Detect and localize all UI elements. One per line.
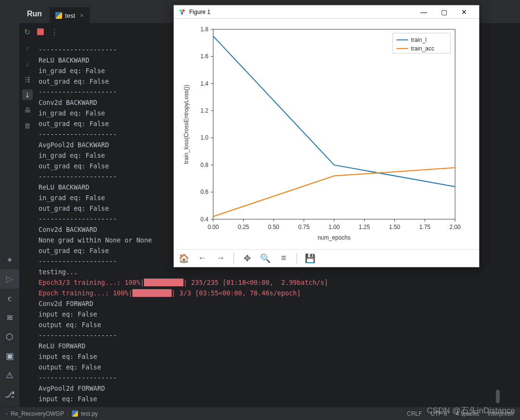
svg-text:1.8: 1.8 (200, 26, 208, 33)
forward-icon[interactable]: → (215, 253, 226, 263)
svg-text:0.75: 0.75 (299, 224, 310, 230)
minimize-button[interactable]: — (414, 8, 434, 16)
svg-text:1.4: 1.4 (200, 80, 208, 87)
run-icon[interactable]: ▷ (0, 269, 19, 289)
console-side-toolbar: ↑ ↓ ⇶ ⤓ 🖶 🗑 (19, 40, 36, 131)
maximize-button[interactable]: ▢ (434, 8, 454, 16)
save-icon[interactable]: 💾 (305, 253, 315, 264)
chart-svg: 0.000.250.500.751.001.251.501.752.000.40… (179, 24, 474, 249)
debug-icon[interactable]: ⌖ (0, 250, 19, 269)
home-icon[interactable]: 🏠 (179, 253, 189, 264)
back-icon[interactable]: ← (197, 253, 208, 263)
stop-icon[interactable] (37, 28, 44, 35)
svg-text:1.50: 1.50 (389, 224, 401, 230)
svg-text:train_acc: train_acc (411, 45, 434, 52)
svg-text:train_loss(CrossEntropyLoss()): train_loss(CrossEntropyLoss()) (183, 85, 190, 164)
python-console-icon[interactable]: ꞓ (0, 289, 19, 308)
svg-text:0.8: 0.8 (200, 162, 208, 168)
step-up-icon[interactable]: ↑ (22, 43, 33, 54)
svg-text:1.6: 1.6 (200, 53, 208, 60)
breadcrumb[interactable]: ▫ Re_RecoveryOWGP › test.py (6, 410, 98, 417)
services-icon[interactable]: ⬡ (0, 327, 19, 346)
layers-icon[interactable]: ≋ (0, 308, 19, 327)
left-tool-strip: ⌖ ▷ ꞓ ≋ ⬡ ▣ ⚠ ⎇ (0, 0, 19, 420)
breadcrumb-file[interactable]: test.py (81, 410, 98, 417)
svg-text:0.4: 0.4 (200, 216, 208, 223)
python-file-icon (72, 410, 78, 417)
console-scrollbar[interactable] (494, 43, 500, 403)
terminal-icon[interactable]: ▣ (0, 346, 19, 366)
step-down-icon[interactable]: ↓ (22, 59, 33, 69)
svg-text:2.00: 2.00 (449, 224, 461, 230)
print-icon[interactable]: 🖶 (22, 105, 33, 115)
run-controls: ↻ ⋮ (19, 23, 58, 40)
tab-test[interactable]: test × (50, 7, 90, 23)
scroll-to-end-icon[interactable]: ⤓ (22, 89, 33, 100)
svg-text:0.25: 0.25 (238, 224, 249, 230)
svg-text:0.00: 0.00 (208, 224, 219, 230)
trash-icon[interactable]: 🗑 (22, 120, 33, 131)
svg-text:train_l: train_l (411, 37, 427, 43)
vcs-icon[interactable]: ⎇ (0, 385, 19, 404)
watermark-text: CSDN @石头inDistance (427, 405, 515, 416)
matplotlib-icon (179, 9, 185, 15)
svg-text:1.0: 1.0 (200, 135, 208, 141)
python-file-icon (55, 12, 62, 19)
figure-window[interactable]: Figure 1 — ▢ ✕ 0.000.250.500.751.001.251… (173, 5, 480, 267)
close-button[interactable]: ✕ (454, 8, 474, 16)
rerun-icon[interactable]: ↻ (24, 27, 30, 37)
svg-text:0.6: 0.6 (200, 189, 208, 195)
toolbar-divider (234, 253, 234, 264)
svg-rect-0 (213, 29, 455, 219)
svg-text:0.50: 0.50 (268, 224, 280, 230)
zoom-icon[interactable]: 🔍 (260, 253, 271, 264)
pan-icon[interactable]: ✥ (242, 253, 252, 264)
tab-label: test (65, 12, 75, 19)
configure-icon[interactable]: ≡ (278, 253, 289, 263)
more-icon[interactable]: ⋮ (51, 27, 58, 37)
svg-text:1.75: 1.75 (419, 224, 431, 230)
toolbar-divider (297, 253, 297, 264)
svg-text:1.25: 1.25 (359, 224, 370, 230)
plot-canvas[interactable]: 0.000.250.500.751.001.251.501.752.000.40… (174, 19, 479, 249)
svg-text:1.00: 1.00 (328, 224, 340, 230)
scrollbar-thumb[interactable] (496, 390, 500, 403)
breadcrumb-project[interactable]: Re_RecoveryOWGP (11, 410, 64, 417)
svg-text:num_epochs: num_epochs (318, 234, 351, 241)
close-icon[interactable]: × (80, 12, 84, 19)
warning-icon[interactable]: ⚠ (0, 366, 19, 385)
svg-text:1.2: 1.2 (200, 107, 208, 114)
figure-titlebar[interactable]: Figure 1 — ▢ ✕ (174, 5, 479, 19)
soft-wrap-icon[interactable]: ⇶ (22, 74, 33, 85)
figure-title: Figure 1 (189, 9, 210, 15)
run-tool-label: Run (19, 10, 50, 23)
status-line-ending[interactable]: CRLF (407, 410, 422, 417)
figure-toolbar: 🏠 ← → ✥ 🔍 ≡ 💾 (174, 249, 479, 267)
